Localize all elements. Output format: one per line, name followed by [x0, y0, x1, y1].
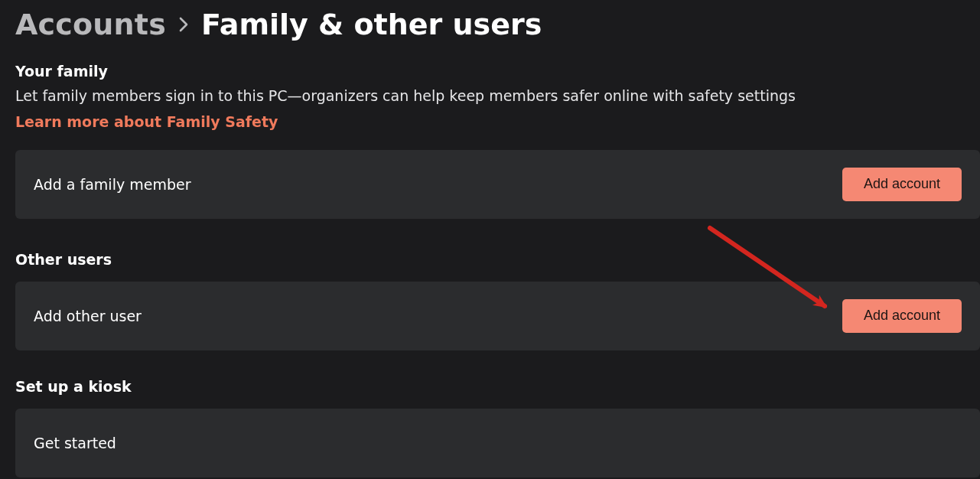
section-your-family: Your family Let family members sign in t… — [15, 63, 980, 219]
section-title-other: Other users — [15, 251, 980, 268]
section-kiosk: Set up a kiosk Get started — [15, 378, 980, 477]
learn-more-family-safety-link[interactable]: Learn more about Family Safety — [15, 113, 278, 130]
section-other-users: Other users Add other user Add account — [15, 251, 980, 350]
card-add-family-member: Add a family member Add account — [15, 150, 980, 219]
breadcrumb: Accounts Family & other users — [15, 8, 980, 41]
page-title: Family & other users — [201, 8, 542, 41]
chevron-right-icon — [178, 17, 189, 32]
section-title-family: Your family — [15, 63, 980, 80]
card-add-other-user: Add other user Add account — [15, 282, 980, 350]
card-kiosk-get-started[interactable]: Get started — [15, 409, 980, 477]
section-title-kiosk: Set up a kiosk — [15, 378, 980, 395]
add-account-other-button[interactable]: Add account — [842, 299, 962, 332]
family-description: Let family members sign in to this PC—or… — [15, 87, 796, 104]
card-label-add-other: Add other user — [34, 308, 142, 324]
add-account-family-button[interactable]: Add account — [842, 168, 962, 200]
card-label-kiosk: Get started — [34, 435, 116, 451]
card-label-add-family: Add a family member — [34, 176, 190, 193]
breadcrumb-parent[interactable]: Accounts — [15, 8, 166, 41]
